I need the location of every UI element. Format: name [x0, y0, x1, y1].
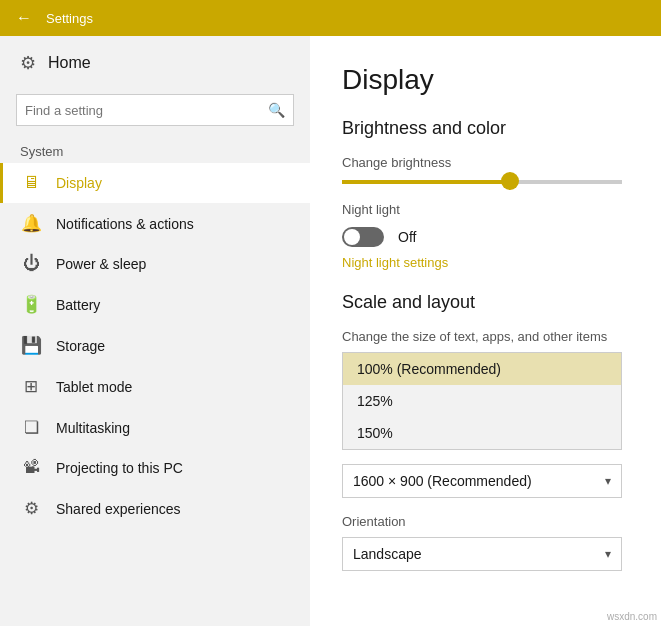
main-layout: ⚙ Home 🔍 System 🖥 Display 🔔 Notification… — [0, 36, 661, 626]
search-box[interactable]: 🔍 — [16, 94, 294, 126]
brightness-fill — [342, 180, 510, 184]
sidebar-items-list: 🖥 Display 🔔 Notifications & actions ⏻ Po… — [0, 163, 310, 529]
storage-icon: 💾 — [20, 335, 42, 356]
power-label: Power & sleep — [56, 256, 146, 272]
sidebar-item-projecting[interactable]: 📽 Projecting to this PC — [0, 448, 310, 488]
multitasking-label: Multitasking — [56, 420, 130, 436]
page-title: Display — [342, 64, 629, 96]
brightness-slider-container: Change brightness — [342, 155, 629, 184]
night-light-state: Off — [398, 229, 416, 245]
sidebar-item-multitasking[interactable]: ❏ Multitasking — [0, 407, 310, 448]
watermark: wsxdn.com — [607, 611, 657, 622]
storage-label: Storage — [56, 338, 105, 354]
power-icon: ⏻ — [20, 254, 42, 274]
sidebar-item-power[interactable]: ⏻ Power & sleep — [0, 244, 310, 284]
scale-list[interactable]: 100% (Recommended)125%150% — [342, 352, 622, 450]
resolution-dropdown[interactable]: 1600 × 900 (Recommended) ▾ — [342, 464, 622, 498]
brightness-label: Change brightness — [342, 155, 629, 170]
tablet-icon: ⊞ — [20, 376, 42, 397]
sidebar-section-label: System — [0, 138, 310, 163]
night-light-settings-link[interactable]: Night light settings — [342, 255, 629, 270]
display-label: Display — [56, 175, 102, 191]
search-input[interactable] — [25, 103, 268, 118]
sidebar-item-display[interactable]: 🖥 Display — [0, 163, 310, 203]
night-light-label: Night light — [342, 202, 629, 217]
multitasking-icon: ❏ — [20, 417, 42, 438]
orientation-dropdown[interactable]: Landscape ▾ — [342, 537, 622, 571]
orientation-dropdown-arrow: ▾ — [605, 547, 611, 561]
battery-label: Battery — [56, 297, 100, 313]
brightness-track[interactable] — [342, 180, 622, 184]
sidebar-home-label: Home — [48, 54, 91, 72]
window-title: Settings — [46, 11, 93, 26]
sidebar-item-storage[interactable]: 💾 Storage — [0, 325, 310, 366]
orientation-label: Orientation — [342, 514, 629, 529]
projecting-label: Projecting to this PC — [56, 460, 183, 476]
brightness-section-title: Brightness and color — [342, 118, 629, 139]
brightness-thumb[interactable] — [501, 172, 519, 190]
content-area: Display Brightness and color Change brig… — [310, 36, 661, 626]
sidebar-item-battery[interactable]: 🔋 Battery — [0, 284, 310, 325]
display-icon: 🖥 — [20, 173, 42, 193]
scale-option[interactable]: 125% — [343, 385, 621, 417]
scale-option[interactable]: 150% — [343, 417, 621, 449]
night-light-toggle[interactable] — [342, 227, 384, 247]
home-icon: ⚙ — [20, 52, 36, 74]
toggle-thumb — [344, 229, 360, 245]
back-icon: ← — [16, 9, 32, 27]
title-bar: ← Settings — [0, 0, 661, 36]
search-icon[interactable]: 🔍 — [268, 102, 285, 118]
sidebar-item-notifications[interactable]: 🔔 Notifications & actions — [0, 203, 310, 244]
back-button[interactable]: ← — [12, 6, 36, 30]
sidebar-item-shared[interactable]: ⚙ Shared experiences — [0, 488, 310, 529]
shared-label: Shared experiences — [56, 501, 181, 517]
sidebar: ⚙ Home 🔍 System 🖥 Display 🔔 Notification… — [0, 36, 310, 626]
shared-icon: ⚙ — [20, 498, 42, 519]
orientation-value: Landscape — [353, 546, 422, 562]
battery-icon: 🔋 — [20, 294, 42, 315]
resolution-value: 1600 × 900 (Recommended) — [353, 473, 532, 489]
night-light-row: Off — [342, 227, 629, 247]
projecting-icon: 📽 — [20, 458, 42, 478]
notifications-label: Notifications & actions — [56, 216, 194, 232]
sidebar-item-tablet[interactable]: ⊞ Tablet mode — [0, 366, 310, 407]
scale-section-title: Scale and layout — [342, 292, 629, 313]
tablet-label: Tablet mode — [56, 379, 132, 395]
notifications-icon: 🔔 — [20, 213, 42, 234]
resolution-dropdown-arrow: ▾ — [605, 474, 611, 488]
change-size-label: Change the size of text, apps, and other… — [342, 329, 629, 344]
sidebar-home[interactable]: ⚙ Home — [0, 36, 310, 90]
scale-option[interactable]: 100% (Recommended) — [343, 353, 621, 385]
